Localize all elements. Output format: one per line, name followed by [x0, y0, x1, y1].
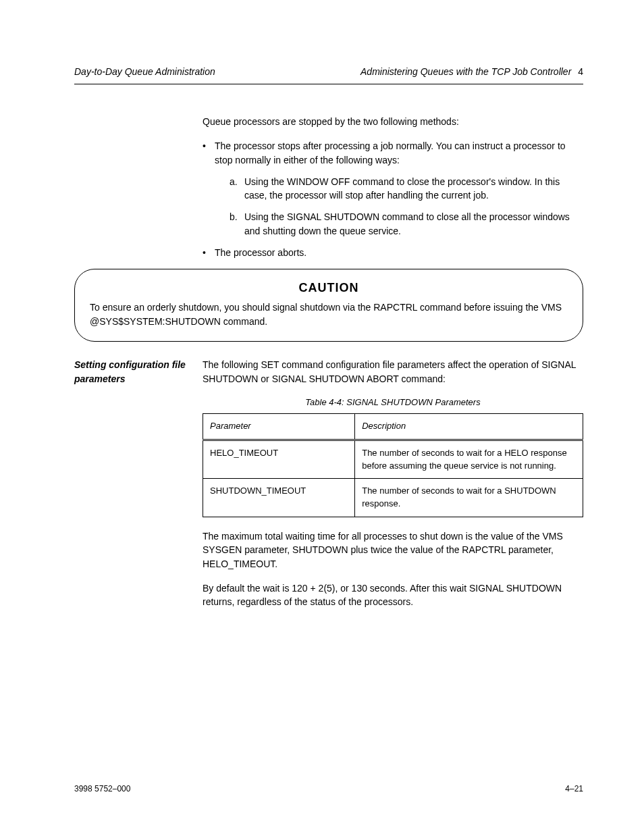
bullet-icon: •: [203, 139, 215, 167]
header-left: Day-to-Day Queue Administration: [74, 66, 215, 77]
sub-bullet-item: a. Using the WINDOW OFF command to close…: [230, 175, 583, 203]
header-right-italic: Administering Queues with the TCP Job Co…: [360, 66, 571, 77]
table-header-cell: Parameter: [203, 413, 355, 440]
table-caption: Table 4-4: SIGNAL SHUTDOWN Parameters: [203, 396, 583, 409]
bullet-text: The processor aborts.: [215, 246, 583, 259]
parameter-table: Parameter Description HELO_TIMEOUT The n…: [203, 413, 583, 517]
section-post-text-1: The maximum total waiting time for all p…: [203, 529, 583, 571]
table-row: SHUTDOWN_TIMEOUT The number of seconds t…: [203, 479, 583, 517]
bullet-item: • The processor aborts.: [203, 246, 583, 259]
caution-box: CAUTION To ensure an orderly shutdown, y…: [74, 269, 583, 342]
page-header: Day-to-Day Queue Administration Administ…: [74, 66, 583, 77]
table-cell: HELO_TIMEOUT: [203, 440, 355, 479]
section-side-heading: Setting configuration file parameters: [74, 358, 203, 386]
section-post-text-2: By default the wait is 120 + 2(5), or 13…: [203, 581, 583, 609]
table-cell: The number of seconds to wait for a HELO…: [355, 440, 583, 479]
section-two-column: Setting configuration file parameters Th…: [74, 358, 583, 619]
footer-right: 4–21: [565, 784, 583, 793]
bullet-icon: •: [203, 246, 215, 259]
header-right-num: 4: [578, 66, 583, 77]
caution-text: To ensure an orderly shutdown, you shoul…: [90, 301, 568, 329]
table-cell: SHUTDOWN_TIMEOUT: [203, 479, 355, 517]
page-footer: 3998 5752–000 4–21: [74, 784, 583, 793]
header-rule: [74, 84, 583, 84]
caution-title: CAUTION: [90, 279, 568, 296]
table-row: HELO_TIMEOUT The number of seconds to wa…: [203, 440, 583, 479]
sub-bullet-item: b. Using the SIGNAL SHUTDOWN command to …: [230, 210, 583, 238]
page-body: Queue processors are stopped by the two …: [74, 115, 583, 620]
page: Day-to-Day Queue Administration Administ…: [0, 0, 644, 834]
sub-bullet-text: Using the SIGNAL SHUTDOWN command to clo…: [244, 210, 583, 238]
table-cell: The number of seconds to wait for a SHUT…: [355, 479, 583, 517]
header-right: Administering Queues with the TCP Job Co…: [360, 66, 583, 77]
intro-paragraph: Queue processors are stopped by the two …: [203, 115, 583, 128]
sub-bullet-mark: a.: [230, 175, 244, 203]
bullet-item: • The processor stops after processing a…: [203, 139, 583, 167]
sub-bullet-mark: b.: [230, 210, 244, 238]
table-header-row: Parameter Description: [203, 413, 583, 440]
sub-bullet-text: Using the WINDOW OFF command to close th…: [244, 175, 583, 203]
bullet-text: The processor stops after processing a j…: [215, 139, 583, 167]
table-header-cell: Description: [355, 413, 583, 440]
footer-left: 3998 5752–000: [74, 784, 130, 793]
section-content: The following SET command configuration …: [203, 358, 583, 619]
section-intro: The following SET command configuration …: [203, 358, 583, 386]
